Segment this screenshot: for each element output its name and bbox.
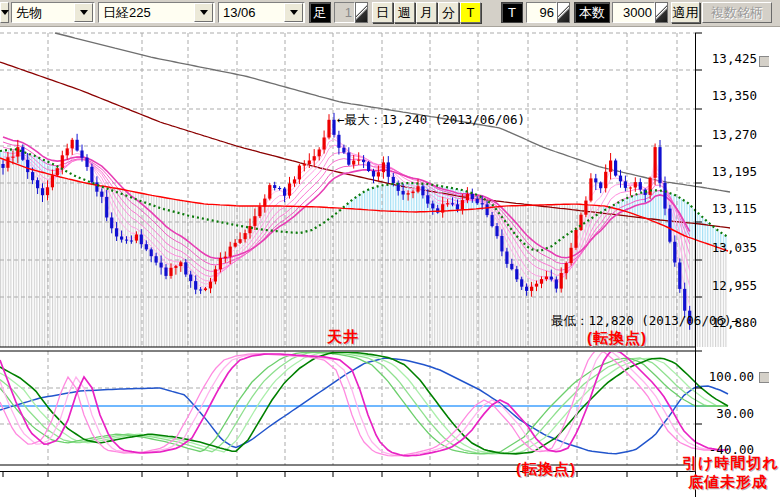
toolbar: 先物 日経225 13/06 足 1 日 週 月 分 T T 96 本数 300… <box>0 0 780 27</box>
tick-count-label-button[interactable]: T <box>501 2 523 23</box>
chart-app-window: { "toolbar": { "combo_category": "先物", "… <box>0 0 780 500</box>
chevron-down-icon[interactable] <box>194 3 213 22</box>
price-axis-label: 13,425 <box>697 51 757 66</box>
contract-month-select[interactable]: 13/06 <box>218 2 305 23</box>
price-axis-label: 13,270 <box>697 127 757 142</box>
category-select[interactable]: 先物 <box>11 2 95 23</box>
bar-count-label-button[interactable]: 本数 <box>574 2 610 23</box>
price-axis-label: 13,035 <box>697 240 757 255</box>
category-select-value: 先物 <box>12 3 73 22</box>
period-week-button[interactable]: 週 <box>394 2 415 23</box>
oscillator-panel <box>0 350 728 456</box>
bar-interval-spinner[interactable] <box>355 2 368 23</box>
price-axis-label: 13,115 <box>697 201 757 216</box>
bar-interval-input[interactable]: 1 <box>334 2 355 23</box>
oscillator-magenta-slow <box>0 350 728 456</box>
period-day-button[interactable]: 日 <box>372 2 393 23</box>
bar-type-button[interactable]: 足 <box>309 2 331 23</box>
chevron-down-icon[interactable] <box>0 2 9 23</box>
price-axis-label: 12,955 <box>697 278 757 293</box>
symbol-select[interactable]: 日経225 <box>98 2 215 23</box>
multi-symbol-button[interactable]: 複数銘柄 <box>702 2 772 23</box>
price-axis-label: 13,350 <box>697 88 757 103</box>
tick-count-input[interactable]: 96 <box>526 2 557 23</box>
max-price-annotation: ←最大：13,240 (2013/06/06) <box>337 112 525 129</box>
period-month-button[interactable]: 月 <box>416 2 437 23</box>
apply-button[interactable]: 適用 <box>671 2 700 23</box>
ceiling-annotation: 天井 <box>327 328 359 347</box>
turning-point-bottom-annotation: (転換点) <box>516 460 576 479</box>
oscillator-axis-label: 30.00 <box>694 406 754 421</box>
period-minute-button[interactable]: 分 <box>438 2 459 23</box>
contract-month-select-value: 13/06 <box>219 3 283 22</box>
chevron-down-icon[interactable] <box>284 3 303 22</box>
symbol-select-value: 日経225 <box>99 3 193 22</box>
splitter-handle[interactable] <box>759 372 769 383</box>
min-price-annotation: 最低：12,820 (2013/06/06)→ <box>551 313 739 330</box>
session-cut-annotation: 引け時間切れ <box>682 454 779 473</box>
bar-count-input[interactable]: 3000 <box>612 2 655 23</box>
chart-canvas[interactable] <box>0 26 780 500</box>
oscillator-axis-label: 100.00 <box>694 369 754 384</box>
price-axis-label: 13,195 <box>697 164 757 179</box>
turning-point-top-annotation: (転換点) <box>587 329 647 348</box>
bar-count-spinner[interactable] <box>655 2 668 23</box>
bottom-not-formed-annotation: 底値未形成 <box>688 473 768 492</box>
tick-count-spinner[interactable] <box>557 2 570 23</box>
period-tick-button[interactable]: T <box>460 2 481 23</box>
splitter-handle[interactable] <box>759 56 769 67</box>
chevron-down-icon[interactable] <box>74 3 93 22</box>
